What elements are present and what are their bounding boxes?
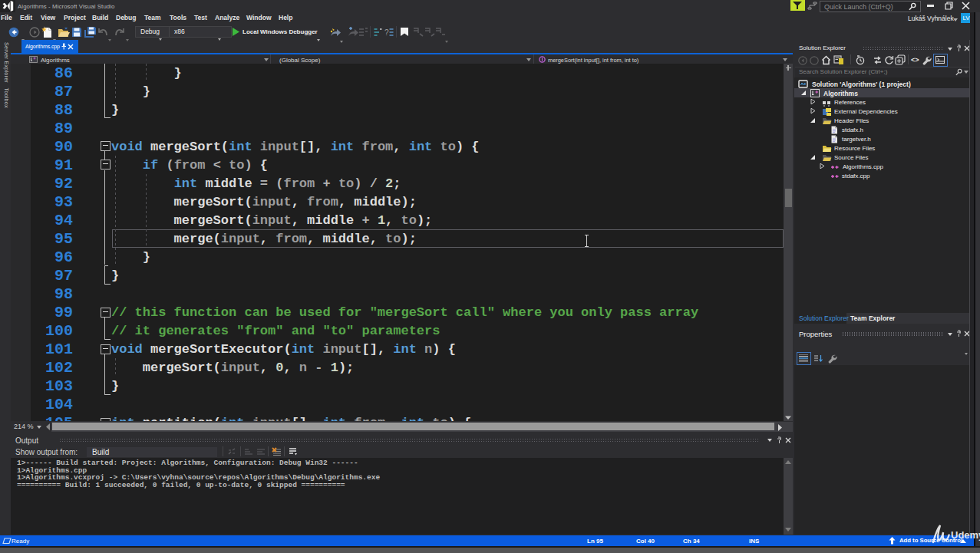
svg-text:?: ? [384,28,389,37]
svg-text:Udemy: Udemy [951,529,980,541]
